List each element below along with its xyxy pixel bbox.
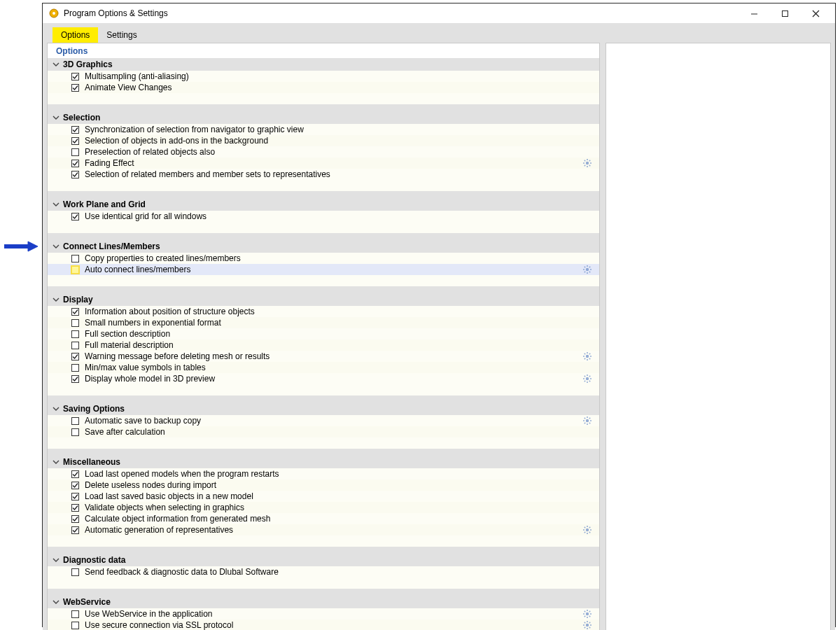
group-title: Work Plane and Grid	[63, 200, 146, 209]
option-row[interactable]: Full section description	[48, 328, 599, 340]
option-row[interactable]: Use WebService in the application	[48, 608, 599, 620]
options-tree[interactable]: 3D GraphicsMultisampling (anti-aliasing)…	[48, 58, 599, 630]
option-label: Selection of related members and member …	[85, 169, 595, 179]
checkbox[interactable]	[71, 148, 79, 156]
option-row[interactable]: Multisampling (anti-aliasing)	[48, 71, 599, 82]
svg-point-8	[586, 419, 589, 422]
checkbox[interactable]	[71, 470, 79, 478]
option-row[interactable]: Auto connect lines/members	[48, 264, 599, 275]
spacer	[48, 222, 599, 233]
option-row[interactable]: Selection of objects in add-ons in the b…	[48, 135, 599, 146]
option-row[interactable]: Copy properties to created lines/members	[48, 253, 599, 264]
close-button[interactable]	[800, 4, 831, 23]
checkbox[interactable]	[71, 375, 79, 383]
option-label: Min/max value symbols in tables	[85, 363, 595, 372]
checkbox[interactable]	[71, 526, 79, 534]
gear-icon[interactable]	[582, 351, 592, 361]
option-row[interactable]: Selection of related members and member …	[48, 169, 599, 180]
option-row[interactable]: Display whole model in 3D preview	[48, 373, 599, 384]
chevron-down-icon[interactable]	[52, 295, 60, 304]
app-icon	[48, 8, 59, 19]
option-row[interactable]: Full material description	[48, 340, 599, 351]
option-row[interactable]: Load last opened models when the program…	[48, 468, 599, 479]
chevron-down-icon[interactable]	[52, 113, 60, 122]
group-header[interactable]: Display	[48, 293, 599, 306]
option-row[interactable]: Information about position of structure …	[48, 306, 599, 317]
gear-icon[interactable]	[582, 609, 592, 619]
checkbox[interactable]	[71, 493, 79, 500]
gear-icon[interactable]	[582, 620, 592, 630]
spacer	[48, 536, 599, 547]
option-row[interactable]: Load last saved basic objects in a new m…	[48, 491, 599, 502]
checkbox[interactable]	[71, 137, 79, 145]
checkbox[interactable]	[71, 330, 79, 338]
svg-rect-3	[782, 10, 788, 16]
checkbox[interactable]	[71, 171, 79, 178]
option-row[interactable]: Synchronization of selection from naviga…	[48, 124, 599, 135]
option-label: Copy properties to created lines/members	[85, 253, 595, 263]
option-label: Use secure connection via SSL protocol	[85, 620, 582, 630]
option-row[interactable]: Min/max value symbols in tables	[48, 362, 599, 373]
group-header[interactable]: Selection	[48, 111, 599, 124]
checkbox[interactable]	[71, 417, 79, 425]
group-header[interactable]: WebService	[48, 596, 599, 608]
gear-icon[interactable]	[582, 525, 592, 535]
checkbox[interactable]	[71, 255, 79, 262]
checkbox[interactable]	[71, 364, 79, 372]
tab-settings[interactable]: Settings	[98, 27, 145, 43]
checkbox[interactable]	[71, 428, 79, 436]
group-header[interactable]: Saving Options	[48, 402, 599, 415]
checkbox[interactable]	[71, 353, 79, 360]
checkbox[interactable]	[71, 266, 79, 274]
maximize-button[interactable]	[769, 4, 800, 23]
gear-icon[interactable]	[582, 265, 592, 274]
chevron-down-icon[interactable]	[52, 598, 60, 606]
chevron-down-icon[interactable]	[52, 556, 60, 564]
checkbox[interactable]	[71, 568, 79, 576]
group-header[interactable]: Diagnostic data	[48, 554, 599, 566]
tab-options[interactable]: Options	[52, 27, 98, 43]
option-row[interactable]: Calculate object information from genera…	[48, 513, 599, 524]
option-row[interactable]: Fading Effect	[48, 158, 599, 169]
checkbox[interactable]	[71, 84, 79, 92]
svg-point-7	[586, 377, 589, 380]
chevron-down-icon[interactable]	[52, 242, 60, 251]
checkbox[interactable]	[71, 482, 79, 489]
checkbox[interactable]	[71, 213, 79, 220]
option-row[interactable]: Preselection of related objects also	[48, 146, 599, 158]
option-row[interactable]: Automatic generation of representatives	[48, 524, 599, 536]
checkbox[interactable]	[71, 73, 79, 80]
option-row[interactable]: Use secure connection via SSL protocol	[48, 620, 599, 630]
option-row[interactable]: Animate View Changes	[48, 82, 599, 93]
checkbox[interactable]	[71, 126, 79, 134]
checkbox[interactable]	[71, 342, 79, 349]
chevron-down-icon[interactable]	[52, 458, 60, 466]
option-row[interactable]: Delete useless nodes during import	[48, 479, 599, 491]
checkbox[interactable]	[71, 504, 79, 512]
minimize-button[interactable]	[738, 4, 769, 23]
checkbox[interactable]	[71, 610, 79, 618]
checkbox[interactable]	[71, 160, 79, 167]
gear-icon[interactable]	[582, 416, 592, 426]
checkbox[interactable]	[71, 319, 79, 327]
checkbox[interactable]	[71, 622, 79, 629]
option-row[interactable]: Small numbers in exponential format	[48, 317, 599, 328]
chevron-down-icon[interactable]	[52, 405, 60, 413]
group-header[interactable]: Miscellaneous	[48, 456, 599, 468]
gear-icon[interactable]	[582, 158, 592, 168]
gear-icon[interactable]	[582, 374, 592, 384]
option-row[interactable]: Validate objects when selecting in graph…	[48, 502, 599, 513]
chevron-down-icon[interactable]	[52, 200, 60, 209]
group-header[interactable]: Connect Lines/Members	[48, 240, 599, 253]
checkbox[interactable]	[71, 515, 79, 523]
checkbox[interactable]	[71, 308, 79, 316]
option-row[interactable]: Send feedback & diagnostic data to Dluba…	[48, 566, 599, 578]
spacer	[48, 275, 599, 286]
option-row[interactable]: Automatic save to backup copy	[48, 415, 599, 426]
group-header[interactable]: 3D Graphics	[48, 58, 599, 71]
option-row[interactable]: Use identical grid for all windows	[48, 211, 599, 222]
option-row[interactable]: Save after calculation	[48, 426, 599, 438]
group-header[interactable]: Work Plane and Grid	[48, 198, 599, 211]
option-row[interactable]: Warning message before deleting mesh or …	[48, 351, 599, 362]
chevron-down-icon[interactable]	[52, 60, 60, 69]
